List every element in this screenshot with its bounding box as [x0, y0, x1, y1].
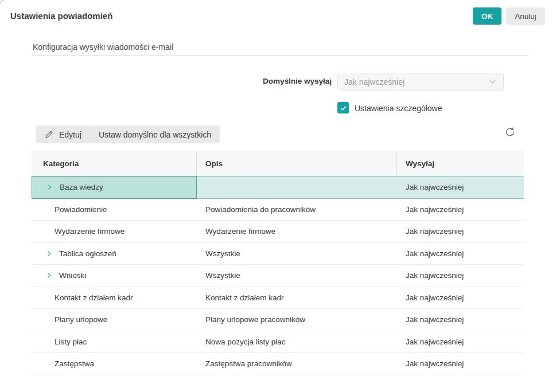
opis-text: Plany urlopowe pracowników: [205, 315, 305, 324]
notification-settings-dialog: Ustawienia powiadomień OK Anuluj Konfigu…: [0, 0, 560, 392]
cell-kategoria[interactable]: Wydarzenie firmowe: [32, 221, 197, 242]
cell-opis[interactable]: Wszystkie: [197, 243, 397, 265]
opis-text: Wszystkie: [205, 271, 240, 280]
table-row[interactable]: Kontakt z działem kadr Kontakt z działem…: [32, 287, 524, 309]
table-row[interactable]: Zastępstwa Zastępstwa pracowników Jak na…: [32, 353, 524, 375]
refresh-button[interactable]: [504, 126, 516, 139]
kategoria-text: Tablica ogłoszeń: [59, 249, 116, 258]
chevron-right-icon[interactable]: [46, 272, 52, 279]
default-send-label: Domyślnie wysyłaj: [263, 77, 332, 85]
section-heading: Konfiguracja wysyłki wiadomości e-mail: [33, 42, 173, 52]
refresh-icon: [504, 127, 516, 138]
cell-kategoria[interactable]: Kontakt z działem kadr: [32, 287, 197, 309]
chevron-right-icon[interactable]: [46, 250, 52, 257]
column-header-wysylaj[interactable]: Wysyłaj: [397, 151, 524, 176]
checkmark-icon: [340, 104, 347, 112]
cell-kategoria[interactable]: Listy płac: [32, 331, 197, 353]
wysylaj-text: Jak najwcześniej: [406, 271, 464, 280]
opis-text: Wszystkie: [205, 249, 240, 258]
cell-opis[interactable]: Wydarzenie firmowe: [197, 221, 397, 242]
kategoria-text: Powiadomienie: [55, 205, 107, 214]
wysylaj-text: Jak najwcześniej: [406, 205, 464, 214]
opis-text: Nowa pozycja listy płac: [205, 338, 286, 346]
edit-button[interactable]: Edytuj: [36, 126, 90, 143]
cell-kategoria[interactable]: Wnioski: [32, 265, 197, 287]
opis-text: Kontakt z działem kadr: [205, 293, 284, 302]
cell-kategoria[interactable]: Plany urlopowe: [32, 309, 197, 331]
wysylaj-text: Jak najwcześniej: [406, 183, 464, 191]
edit-button-label: Edytuj: [59, 130, 81, 139]
cell-wysylaj[interactable]: Jak najwcześniej: [397, 353, 524, 375]
cell-opis[interactable]: Plany urlopowe pracowników: [197, 309, 397, 331]
default-send-value: Jak najwcześniej: [344, 77, 405, 87]
cell-kategoria[interactable]: Baza wiedzy: [32, 176, 197, 199]
cell-opis[interactable]: Wszystkie: [197, 265, 397, 287]
cell-wysylaj[interactable]: Jak najwcześniej: [397, 177, 524, 198]
kategoria-text: Baza wiedzy: [60, 183, 103, 191]
notification-categories-table: Kategoria Opis Wysyłaj Baza wiedzy Jak n…: [32, 151, 524, 375]
kategoria-text: Wnioski: [59, 271, 86, 280]
default-send-dropdown[interactable]: Jak najwcześniej: [337, 73, 504, 91]
table-row[interactable]: Listy płac Nowa pozycja listy płac Jak n…: [32, 331, 524, 354]
wysylaj-text: Jak najwcześniej: [406, 338, 464, 346]
page-title: Ustawienia powiadomień: [10, 11, 112, 21]
chevron-right-icon[interactable]: [46, 184, 53, 190]
table-row[interactable]: Baza wiedzy Jak najwcześniej: [32, 176, 524, 199]
section-divider: [32, 55, 528, 56]
wysylaj-text: Jak najwcześniej: [406, 293, 464, 302]
cell-wysylaj[interactable]: Jak najwcześniej: [397, 287, 524, 309]
table-row[interactable]: Wydarzenie firmowe Wydarzenie firmowe Ja…: [32, 221, 524, 243]
table-row[interactable]: Plany urlopowe Plany urlopowe pracownikó…: [32, 309, 524, 331]
detailed-settings-label: Ustawienia szczegółowe: [355, 104, 442, 113]
ok-button[interactable]: OK: [473, 7, 501, 25]
cell-wysylaj[interactable]: Jak najwcześniej: [397, 243, 524, 265]
wysylaj-text: Jak najwcześniej: [406, 227, 464, 236]
table-row[interactable]: Wnioski Wszystkie Jak najwcześniej: [32, 265, 524, 287]
cell-opis[interactable]: Kontakt z działem kadr: [197, 287, 397, 309]
kategoria-text: Zastępstwa: [55, 359, 94, 368]
table-header-row: Kategoria Opis Wysyłaj: [32, 151, 524, 176]
set-default-button-label: Ustaw domyślne dla wszystkich: [99, 130, 211, 139]
set-default-for-all-button[interactable]: Ustaw domyślne dla wszystkich: [90, 126, 220, 143]
kategoria-text: Kontakt z działem kadr: [55, 293, 133, 302]
cell-opis[interactable]: Nowa pozycja listy płac: [197, 331, 397, 353]
cell-wysylaj[interactable]: Jak najwcześniej: [397, 331, 524, 353]
kategoria-text: Wydarzenie firmowe: [55, 227, 125, 236]
opis-text: Zastępstwa pracowników: [205, 359, 292, 368]
cell-kategoria[interactable]: Zastępstwa: [32, 353, 197, 375]
table-row[interactable]: Powiadomienie Powiadomienia do pracownik…: [32, 199, 524, 221]
wysylaj-text: Jak najwcześniej: [406, 359, 464, 368]
opis-text: Wydarzenie firmowe: [205, 227, 275, 236]
cell-wysylaj[interactable]: Jak najwcześniej: [397, 265, 524, 287]
column-header-opis[interactable]: Opis: [197, 151, 397, 176]
chevron-down-icon: [488, 77, 497, 86]
wysylaj-text: Jak najwcześniej: [406, 249, 464, 258]
wysylaj-text: Jak najwcześniej: [406, 315, 464, 324]
cell-kategoria[interactable]: Tablica ogłoszeń: [32, 243, 197, 265]
kategoria-text: Listy płac: [55, 338, 87, 346]
cell-kategoria[interactable]: Powiadomienie: [32, 199, 197, 221]
dialog-corner: [0, 0, 9, 9]
cell-opis[interactable]: Zastępstwa pracowników: [197, 353, 397, 375]
cell-opis[interactable]: [197, 177, 397, 198]
pencil-icon: [44, 130, 54, 139]
detailed-settings-checkbox[interactable]: [337, 102, 349, 113]
cancel-button[interactable]: Anuluj: [506, 7, 545, 25]
cell-opis[interactable]: Powiadomienia do pracowników: [197, 199, 397, 221]
cell-wysylaj[interactable]: Jak najwcześniej: [397, 221, 524, 242]
column-header-kategoria[interactable]: Kategoria: [32, 151, 197, 176]
table-body: Baza wiedzy Jak najwcześniej Powiadomien…: [32, 176, 524, 375]
kategoria-text: Plany urlopowe: [55, 315, 107, 324]
cell-wysylaj[interactable]: Jak najwcześniej: [397, 309, 524, 331]
opis-text: Powiadomienia do pracowników: [205, 205, 316, 214]
cell-wysylaj[interactable]: Jak najwcześniej: [397, 199, 524, 221]
table-row[interactable]: Tablica ogłoszeń Wszystkie Jak najwcześn…: [32, 243, 524, 265]
